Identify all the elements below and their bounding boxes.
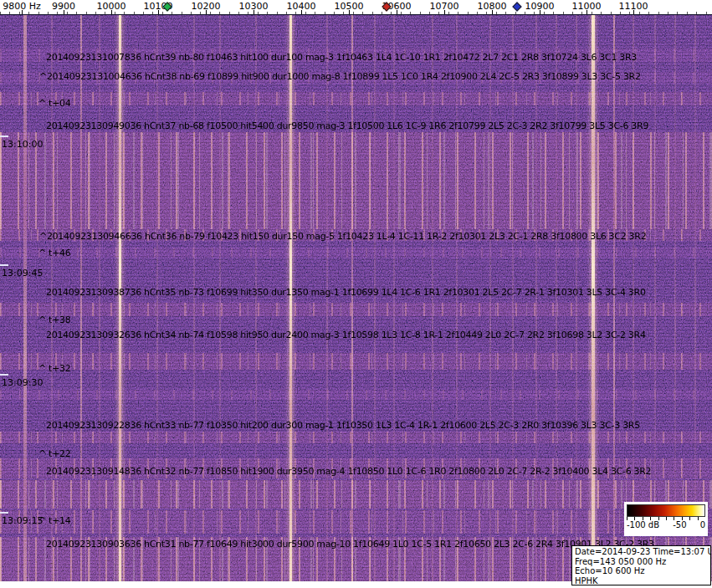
carrier-streak <box>156 15 158 581</box>
detection-log-line: 20140923130949036 hCnt37 nb-68 f10500 hi… <box>46 120 648 131</box>
colorbar-label-min: -100 dB <box>627 520 659 529</box>
time-offset-marker: ^ t+22 <box>38 448 70 459</box>
carrier-streak <box>393 15 395 581</box>
carrier-streak <box>289 15 292 581</box>
time-axis-tick <box>0 135 8 137</box>
signal-band <box>0 303 712 316</box>
colorbar-label-max: 0 <box>700 520 705 529</box>
carrier-streak <box>255 15 257 581</box>
detection-log-line: 20140923130932636 hCnt34 nb-74 f10598 hi… <box>46 330 646 340</box>
time-offset-marker: ^ t+32 <box>38 363 70 374</box>
carrier-streak <box>23 15 27 581</box>
status-info-box: Date=2014-09-23 Time=13:07 UTC Freq=143 … <box>571 545 711 585</box>
carrier-streak <box>326 15 328 581</box>
axis-major-tick <box>587 10 587 14</box>
time-offset-marker: ^ t+04 <box>38 98 70 109</box>
axis-major-tick <box>540 10 540 14</box>
axis-major-tick <box>158 10 159 14</box>
signal-band <box>0 432 712 443</box>
colorbar-gradient <box>627 504 705 517</box>
time-axis-label: 13:09:45 <box>2 268 43 279</box>
axis-major-tick <box>22 10 23 14</box>
amplitude-colorbar[interactable]: -100 dB -50 0 <box>624 502 708 536</box>
axis-major-tick <box>444 10 445 14</box>
spectrogram[interactable]: 20140923131007836 hCnt39 nb-80 f10463 hi… <box>0 15 712 581</box>
axis-major-tick <box>301 10 302 14</box>
spectrum-analyzer-window: 9800 Hz990010000101001020010300104001050… <box>0 0 712 588</box>
carrier-streak <box>576 15 577 581</box>
carrier-streak <box>374 15 376 581</box>
detection-log-line: ^20140923130946636 hCnt36 nb-79 f10423 h… <box>39 231 646 242</box>
time-axis-tick <box>0 264 8 266</box>
signal-band <box>0 248 712 258</box>
time-axis-tick <box>0 512 8 514</box>
carrier-streak <box>535 15 537 581</box>
carrier-streak <box>193 15 195 581</box>
time-axis-label: 13:09:15 <box>2 515 43 526</box>
carrier-streak <box>219 15 221 581</box>
carrier-streak <box>432 15 433 581</box>
carrier-streak <box>556 15 557 581</box>
carrier-streak <box>512 15 514 581</box>
signal-band <box>0 480 712 509</box>
info-station-id: HPHK <box>575 576 708 586</box>
carrier-streak <box>633 15 634 581</box>
carrier-streak <box>456 15 458 581</box>
time-axis-label: 13:09:30 <box>2 377 43 388</box>
time-axis-label: 13:10:00 <box>2 139 43 150</box>
blue-diamond-marker-icon[interactable] <box>512 2 521 11</box>
time-offset-marker: ^ t+38 <box>38 314 70 325</box>
carrier-streak <box>80 15 82 581</box>
time-offset-marker: ^ t+14 <box>38 515 70 526</box>
signal-band <box>0 510 712 534</box>
signal-band <box>0 390 712 400</box>
time-axis-tick <box>0 374 8 376</box>
axis-minor-ticks <box>0 12 712 14</box>
info-echo-frequency: Echo=10 600 Hz <box>575 566 708 576</box>
carrier-streak <box>351 15 353 581</box>
carrier-streak <box>613 15 615 581</box>
axis-major-tick <box>349 10 350 14</box>
info-date-time: Date=2014-09-23 Time=13:07 UTC <box>575 547 708 557</box>
carrier-streak <box>654 15 656 581</box>
info-frequency: Freq=143 050 000 Hz <box>575 557 708 567</box>
carrier-streak <box>99 15 100 581</box>
axis-major-tick <box>206 10 207 14</box>
detection-log-line: 20140923131007836 hCnt39 nb-80 f10463 hi… <box>46 52 637 63</box>
axis-major-tick <box>111 10 112 14</box>
colorbar-labels: -100 dB -50 0 <box>627 520 705 529</box>
axis-major-tick <box>397 10 397 14</box>
carrier-streak <box>489 15 491 581</box>
colorbar-label-mid: -50 <box>673 520 686 529</box>
detection-log-line: 20140923130903636 hCnt31 nb-77 f10649 hi… <box>46 539 654 550</box>
detection-log-line: 20140923130914836 hCnt32 nb-77 f10850 hi… <box>46 466 651 477</box>
signal-band <box>0 353 712 370</box>
detection-log-line: 20140923130922836 hCnt33 nb-77 f10350 hi… <box>46 420 640 431</box>
frequency-axis: 9800 Hz990010000101001020010300104001050… <box>0 0 712 15</box>
axis-major-tick <box>492 10 493 14</box>
axis-major-tick <box>254 10 254 14</box>
axis-major-tick <box>633 10 634 14</box>
carrier-streak <box>674 15 676 581</box>
carrier-streak <box>592 15 595 581</box>
time-offset-marker: ^ t+46 <box>38 248 70 258</box>
signal-band <box>0 92 712 105</box>
signal-band <box>0 132 712 229</box>
carrier-streak <box>694 15 696 581</box>
detection-log-line: ^20140923131004636 hCnt38 nb-69 f10899 h… <box>39 71 641 82</box>
detection-log-line: 20140923130938736 hCnt35 nb-73 f10699 hi… <box>46 287 646 298</box>
axis-major-tick <box>64 10 64 14</box>
carrier-streak <box>119 15 121 581</box>
